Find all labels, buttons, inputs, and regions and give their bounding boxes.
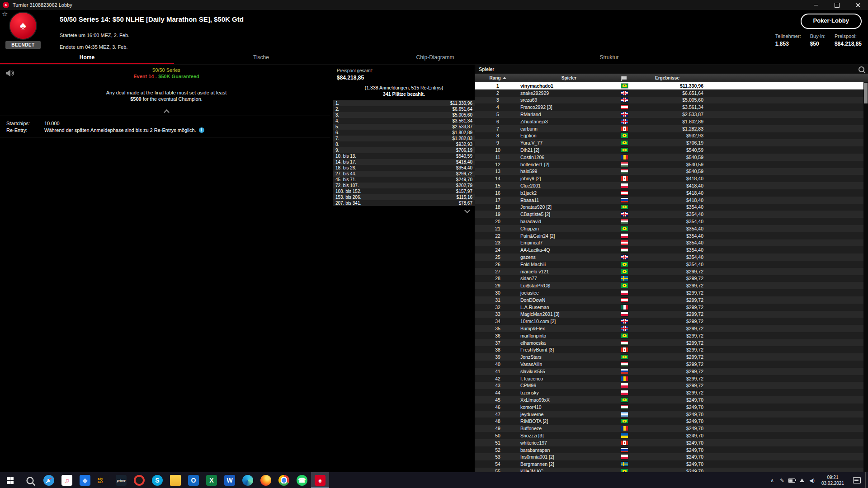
taskbar-app-prime-video[interactable]: prime — [112, 472, 130, 488]
player-row[interactable]: 50Snozzzi [3]$249,70 — [475, 432, 868, 439]
poker-lobby-button[interactable]: Poker-Lobby — [801, 14, 862, 29]
player-row[interactable]: 41slavikus555$299,72 — [475, 368, 868, 375]
tray-hidden-icons[interactable]: ∧ — [767, 472, 777, 488]
player-row[interactable]: 19CBaptiste5 [2]$354,40 — [475, 211, 868, 218]
player-row[interactable]: 11Costin1206$540,59 — [475, 154, 868, 161]
tray-battery[interactable] — [787, 472, 797, 488]
taskbar-app-sky-go[interactable]: sky GO — [94, 472, 112, 488]
taskbar-app-word[interactable]: W — [221, 472, 239, 488]
player-row[interactable]: 45XxLimao99xX$249,70 — [475, 396, 868, 404]
column-flag[interactable] — [618, 75, 631, 80]
scroll-down-chevron[interactable] — [333, 206, 475, 213]
player-row[interactable]: 46komor410$249,70 — [475, 404, 868, 411]
taskbar-app-file-explorer[interactable] — [166, 472, 184, 488]
search-icon[interactable] — [859, 66, 864, 72]
tab-tische[interactable]: Tische — [174, 52, 348, 64]
player-row[interactable]: 10Dih21 [2]$540,59 — [475, 146, 868, 154]
player-row[interactable]: 28sidan77$299,72 — [475, 275, 868, 282]
taskbar-clock[interactable]: 09:21 03.02.2021 — [817, 472, 849, 488]
player-row[interactable]: 29Lui$starPRO$$299,72 — [475, 282, 868, 289]
series-link[interactable]: 50/50 Series — [0, 67, 333, 73]
scrollbar-thumb[interactable] — [864, 83, 868, 103]
player-row[interactable]: 16b1jack2$418,40 — [475, 189, 868, 197]
taskbar-app-chrome[interactable] — [275, 472, 293, 488]
player-row[interactable]: 15Clue2001$418,40 — [475, 182, 868, 189]
player-row[interactable]: 32L.A.Ruseman$299,72 — [475, 304, 868, 311]
player-row[interactable]: 55KilleJM KC$249,70 — [475, 468, 868, 472]
taskbar-app-outlook[interactable]: O — [184, 472, 203, 488]
player-row[interactable]: 54Bergmannen [2]$249,70 — [475, 460, 868, 468]
column-result[interactable]: Ergebnisse — [631, 75, 703, 80]
player-row[interactable]: 22Pain&Gain24 [2]$354,40 — [475, 232, 868, 239]
player-row[interactable]: 14johny9 [2]$418,40 — [475, 175, 868, 182]
player-row[interactable]: 42I.Tcacenco$299,72 — [475, 375, 868, 382]
player-row[interactable]: 33MagicMan2601 [3]$299,72 — [475, 311, 868, 318]
player-row[interactable]: 17Ebaaa11$418,40 — [475, 197, 868, 204]
players-scrollbar[interactable] — [863, 82, 868, 472]
player-row[interactable]: 37elhamocska$299,72 — [475, 339, 868, 347]
tray-network[interactable] — [797, 472, 807, 488]
action-center-button[interactable] — [849, 472, 865, 488]
player-row[interactable]: 49Buffoneze$249,70 — [475, 425, 868, 432]
close-button[interactable] — [847, 0, 868, 10]
minimize-button[interactable] — [806, 0, 826, 10]
taskbar-app-itunes[interactable]: ♫ — [58, 472, 76, 488]
player-row[interactable]: 48RIMBOTA [2]$249,70 — [475, 418, 868, 425]
tab-struktur[interactable]: Struktur — [522, 52, 696, 64]
player-row[interactable]: 3410rmc10.com [2]$299,72 — [475, 318, 868, 325]
player-row[interactable]: 23Empirical7$354,40 — [475, 239, 868, 247]
taskbar-app-opera[interactable] — [130, 472, 148, 488]
taskbar-app-pokerstars[interactable]: ♠ — [311, 472, 329, 488]
column-player[interactable]: Spieler — [520, 75, 618, 80]
favorite-star-icon[interactable] — [2, 10, 8, 18]
player-row[interactable]: 53Ins0mnia001 [2]$249,70 — [475, 453, 868, 460]
player-row[interactable]: 38FreshlyBurnt [3]$299,72 — [475, 346, 868, 353]
player-row[interactable]: 9Yura.V_77$706,19 — [475, 139, 868, 146]
player-row[interactable]: 18Jonatas920 [2]$354,40 — [475, 204, 868, 211]
player-row[interactable]: 40VasasAllin$299,72 — [475, 361, 868, 368]
player-row[interactable]: 26Fold Machiii$354,40 — [475, 261, 868, 268]
player-row[interactable]: 51whiterice197$249,70 — [475, 439, 868, 446]
taskbar-app-safari[interactable] — [40, 472, 58, 488]
player-row[interactable]: 36marllonpinto$299,72 — [475, 332, 868, 339]
tray-volume[interactable]: ◀) — [807, 472, 817, 488]
taskbar-search-button[interactable] — [20, 472, 40, 488]
player-row[interactable]: 13halo599$540,59 — [475, 168, 868, 175]
player-row[interactable]: 30jociasiee$299,72 — [475, 289, 868, 296]
player-row[interactable]: 6Zihuatanejo3$1.802,89 — [475, 118, 868, 125]
player-row[interactable]: 31DonDDowN$299,72 — [475, 296, 868, 304]
player-row[interactable]: 35Bump&Flex$299,72 — [475, 325, 868, 332]
taskbar-app-firefox[interactable] — [257, 472, 275, 488]
start-button[interactable] — [0, 472, 20, 488]
player-row[interactable]: 21Chippzin$354,40 — [475, 225, 868, 232]
show-desktop-button[interactable] — [865, 472, 868, 488]
tray-pen[interactable]: ✎ — [777, 472, 787, 488]
taskbar-app-whatsapp[interactable]: ☎ — [293, 472, 311, 488]
info-icon[interactable] — [199, 127, 204, 133]
player-row[interactable]: 52barabanrapan$249,70 — [475, 446, 868, 454]
collapse-chevron[interactable] — [0, 110, 333, 114]
player-row[interactable]: 20baradavid$354,40 — [475, 218, 868, 225]
taskbar-app-skype[interactable]: S — [148, 472, 166, 488]
taskbar-app-edge[interactable] — [239, 472, 257, 488]
player-row[interactable]: 47jeyduverne$249,70 — [475, 411, 868, 418]
taskbar-app-excel[interactable]: X — [203, 472, 221, 488]
player-row[interactable]: 24AA-Lacika-4Q$354,40 — [475, 246, 868, 253]
player-row[interactable]: 39JonzStars$299,72 — [475, 353, 868, 361]
player-row[interactable]: 2snake292929$6.651,64 — [475, 89, 868, 97]
taskbar-app-blue-app[interactable]: ◆ — [76, 472, 94, 488]
player-row[interactable]: 25gazens$354,40 — [475, 253, 868, 261]
tab-chip-diagramm[interactable]: Chip-Diagramm — [348, 52, 522, 64]
player-row[interactable]: 4Franco2992 [3]$3.561,34 — [475, 103, 868, 111]
player-row[interactable]: 43CPM96$299,72 — [475, 382, 868, 389]
player-row[interactable]: 5RMarland$2.533,87 — [475, 111, 868, 118]
player-row[interactable]: 8Egption$932,93 — [475, 132, 868, 140]
player-row[interactable]: 44trzcinsky$299,72 — [475, 389, 868, 396]
player-row[interactable]: 3sreza69$5.005,60 — [475, 97, 868, 104]
player-row[interactable]: 27marcelo v121$299,72 — [475, 268, 868, 275]
player-row[interactable]: 12holtender1 [2]$540,59 — [475, 161, 868, 168]
column-rank[interactable]: Rang — [475, 75, 520, 80]
maximize-button[interactable] — [826, 0, 847, 10]
player-row[interactable]: 7carbunn$1.282,83 — [475, 125, 868, 132]
tab-home[interactable]: Home — [0, 52, 174, 64]
